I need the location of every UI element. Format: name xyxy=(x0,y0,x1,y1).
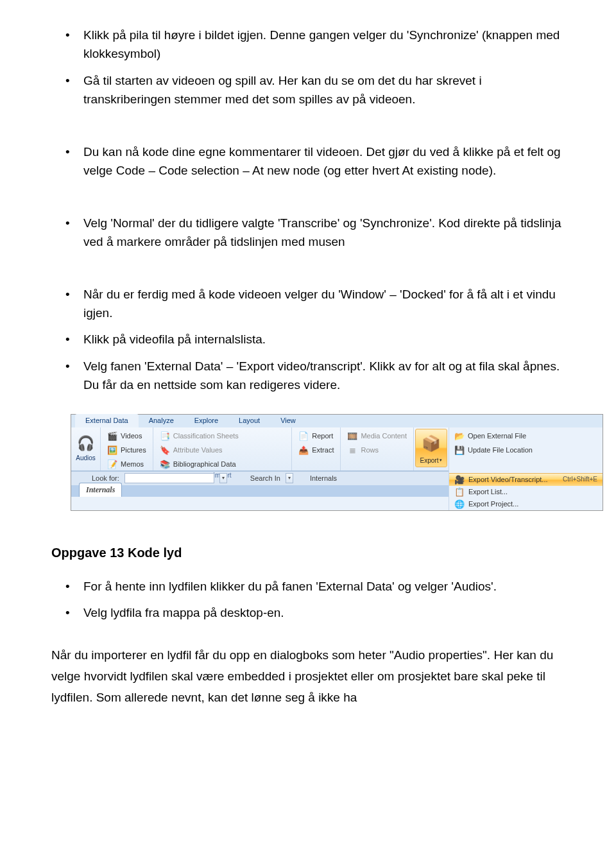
list-item: Velg 'Normal' der du tidligere valgte 'T… xyxy=(51,214,565,252)
paragraph-bottom: Når du importerer en lydfil får du opp e… xyxy=(51,644,565,709)
report-button[interactable]: 📄Report xyxy=(297,430,335,442)
export-video-transcript-item[interactable]: 🎥 Export Video/Transcript... Ctrl+Shift+… xyxy=(449,474,603,486)
shortcut-label: Ctrl+Shift+E xyxy=(563,474,597,485)
tab-explore[interactable]: Explore xyxy=(184,414,228,427)
list-item: For å hente inn lydfilen klikker du på f… xyxy=(51,577,565,596)
media-icon: 🎞️ xyxy=(347,431,357,441)
book-icon: 📚 xyxy=(160,459,170,469)
tab-view[interactable]: View xyxy=(270,414,306,427)
internals-tab-bar: Internals xyxy=(71,485,449,497)
export-project-icon: 🌐 xyxy=(454,499,465,509)
attribute-values-button[interactable]: 🔖Attribute Values xyxy=(158,444,286,456)
tab-layout[interactable]: Layout xyxy=(228,414,270,427)
report-icon: 📄 xyxy=(298,431,309,441)
import-group-1: 🎬Videos 🖼️Pictures 📝Memos xyxy=(101,427,153,470)
bibliographical-button[interactable]: 📚Bibliographical Data xyxy=(158,458,286,470)
extract-button[interactable]: 📤Extract xyxy=(297,444,335,456)
list-item: Klikk på videofila på internalslista. xyxy=(51,330,565,349)
right-column: 📂Open External File 💾Update File Locatio… xyxy=(449,427,603,510)
list-item: Velg fanen 'External Data' – 'Export vid… xyxy=(51,357,565,395)
internals-label: Internals xyxy=(310,473,337,484)
classification-sheets-button[interactable]: 📑Classification Sheets xyxy=(158,430,286,442)
open-external-file-button[interactable]: 📂Open External File xyxy=(453,430,599,442)
chevron-down-icon: ▾ xyxy=(440,457,442,464)
bullet-list-13: For å hente inn lydfilen klikker du på f… xyxy=(51,577,565,623)
sheet-icon: 📑 xyxy=(160,431,170,441)
report-group: 📄Report 📤Extract xyxy=(292,427,341,470)
tab-analyze[interactable]: Analyze xyxy=(139,414,184,427)
audio-icon: 🎧 xyxy=(77,435,95,452)
export-group: 📦 Export▾ xyxy=(414,427,449,470)
bullet-list-mid3: Når du er ferdig med å kode videoen velg… xyxy=(51,285,565,395)
list-item: Du kan nå kode dine egne kommentarer til… xyxy=(51,142,565,180)
open-file-icon: 📂 xyxy=(454,431,465,441)
videos-button[interactable]: 🎬Videos xyxy=(106,430,148,442)
tab-external-data[interactable]: External Data xyxy=(75,414,139,427)
export-list-item[interactable]: 📋 Export List... xyxy=(449,486,603,498)
list-item: Klikk på pila til høyre i bildet igjen. … xyxy=(51,26,565,64)
rows-icon: ≣ xyxy=(347,445,357,455)
attributes-icon: 🔖 xyxy=(160,445,170,455)
lookfor-input[interactable] xyxy=(124,473,214,483)
picture-icon: 🖼️ xyxy=(107,445,117,455)
media-content-button[interactable]: 🎞️Media Content xyxy=(346,430,408,442)
export-icon: 📦 xyxy=(422,431,441,455)
lookfor-dropdown[interactable]: ▾ xyxy=(219,473,227,483)
internals-tab[interactable]: Internals xyxy=(79,483,122,497)
searchin-dropdown[interactable]: ▾ xyxy=(286,473,293,483)
list-item: Når du er ferdig med å kode videoen velg… xyxy=(51,285,565,323)
import-group-2: 📑Classification Sheets 🔖Attribute Values… xyxy=(153,427,292,470)
memos-button[interactable]: 📝Memos xyxy=(106,458,148,470)
save-icon: 💾 xyxy=(454,445,465,455)
update-file-location-button[interactable]: 💾Update File Location xyxy=(453,444,599,456)
list-item: Velg lydfila fra mappa på desktop-en. xyxy=(51,603,565,622)
export-video-icon: 🎥 xyxy=(454,474,465,485)
ribbon-screenshot: External Data Analyze Explore Layout Vie… xyxy=(71,414,603,511)
extract-icon: 📤 xyxy=(298,445,309,455)
export-project-item[interactable]: 🌐 Export Project... xyxy=(449,498,603,510)
export-dropdown: 🎥 Export Video/Transcript... Ctrl+Shift+… xyxy=(449,473,603,486)
memo-icon: 📝 xyxy=(107,459,117,469)
ribbon-body: 🎧 Audios 🎬Videos 🖼️Pictures 📝Memos 📑Clas… xyxy=(71,427,449,471)
export-list-icon: 📋 xyxy=(454,487,465,497)
bullet-list-top: Klikk på pila til høyre i bildet igjen. … xyxy=(51,26,565,109)
export-button[interactable]: 📦 Export▾ xyxy=(415,429,447,467)
heading-oppgave-13: Oppgave 13 Kode lyd xyxy=(51,543,565,563)
lookfor-bar: Look for: ▾ Search In ▾ Internals xyxy=(71,471,449,485)
media-group: 🎞️Media Content ≣Rows xyxy=(341,427,414,470)
tab-strip: External Data Analyze Explore Layout Vie… xyxy=(71,415,603,427)
pictures-button[interactable]: 🖼️Pictures xyxy=(106,444,148,456)
bullet-list-mid1: Du kan nå kode dine egne kommentarer til… xyxy=(51,142,565,180)
searchin-label: Search In xyxy=(250,473,280,484)
bullet-list-mid2: Velg 'Normal' der du tidligere valgte 'T… xyxy=(51,214,565,252)
list-item: Gå til starten av videoen og spill av. H… xyxy=(51,71,565,109)
audios-button[interactable]: 🎧 Audios xyxy=(71,427,101,470)
rows-button[interactable]: ≣Rows xyxy=(346,444,408,456)
video-icon: 🎬 xyxy=(107,431,117,441)
